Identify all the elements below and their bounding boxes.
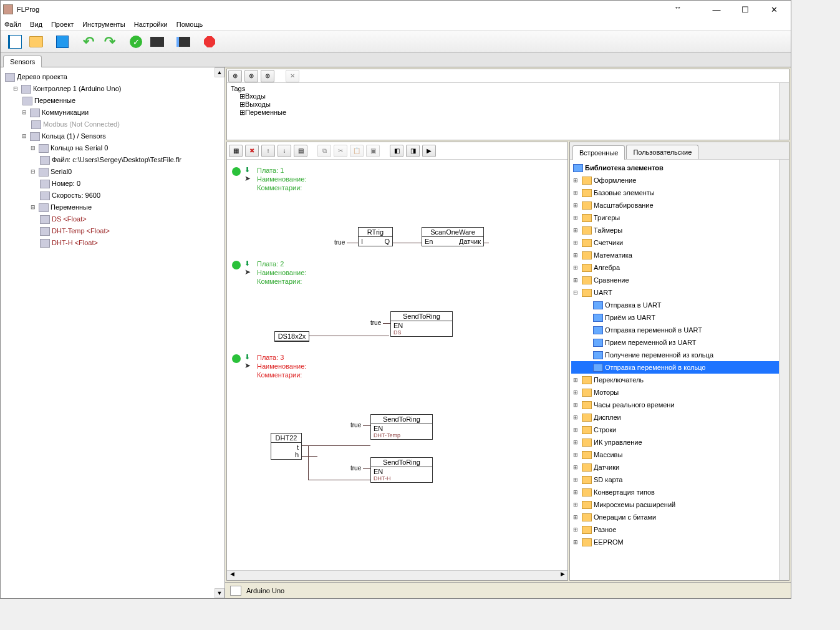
tags-scrollbar[interactable] bbox=[779, 83, 789, 140]
lib-item[interactable]: Приём из UART bbox=[605, 312, 655, 323]
compile-button[interactable] bbox=[147, 32, 168, 51]
canvas-tool-c[interactable]: ▶ bbox=[422, 145, 436, 157]
lib-item[interactable]: Оформление bbox=[594, 175, 636, 186]
tree-serial-number[interactable]: Номер: 0 bbox=[52, 178, 80, 190]
tags-delete-button[interactable]: ✕ bbox=[286, 70, 299, 82]
board-3-header[interactable]: ⬇ ➤ Плата: 3 Наименование: Комментарии: bbox=[232, 353, 306, 379]
maximize-button[interactable]: ☐ bbox=[736, 3, 755, 16]
redo-button[interactable]: ↷ bbox=[99, 32, 120, 51]
lib-item[interactable]: Строки bbox=[594, 424, 616, 435]
expander-icon[interactable]: ⊞ bbox=[571, 374, 580, 385]
lib-item[interactable]: Операции с битами bbox=[594, 511, 656, 523]
expander-icon[interactable]: ⊟ bbox=[12, 83, 19, 95]
menu-help[interactable]: Помощь bbox=[176, 21, 203, 28]
save-button[interactable] bbox=[52, 32, 73, 51]
lib-item[interactable]: Отправка переменной в UART bbox=[605, 324, 702, 336]
expander-icon[interactable]: ⊞ bbox=[571, 250, 580, 261]
expander-icon[interactable]: ⊞ bbox=[571, 524, 580, 535]
tags-tool-1[interactable]: ⊕ bbox=[228, 70, 242, 82]
canvas-h-scrollbar[interactable]: ◀▶ bbox=[227, 570, 567, 580]
stop-button[interactable] bbox=[199, 32, 220, 51]
tree-variables[interactable]: Переменные bbox=[34, 95, 75, 107]
tree-var-dht-h[interactable]: DHT-H <Float> bbox=[52, 237, 98, 249]
lib-item[interactable]: Математика bbox=[594, 250, 632, 261]
canvas-move-up[interactable]: ↑ bbox=[261, 145, 275, 157]
expander-icon[interactable]: ⊞ bbox=[571, 449, 580, 460]
tab-sensors[interactable]: Sensors bbox=[3, 56, 42, 67]
project-tree[interactable]: Дерево проекта ⊟Контроллер 1 (Arduino Un… bbox=[1, 67, 224, 253]
lib-item[interactable]: Разное bbox=[594, 524, 616, 535]
tree-communications[interactable]: Коммуникации bbox=[42, 107, 89, 119]
tree-serial-speed[interactable]: Скорость: 9600 bbox=[52, 190, 100, 201]
open-button[interactable] bbox=[26, 32, 47, 51]
expander-icon[interactable]: ⊞ bbox=[571, 437, 580, 448]
copy-button[interactable]: ⧉ bbox=[317, 145, 331, 157]
expander-icon[interactable]: ⊞ bbox=[571, 511, 580, 523]
block-scanonewire[interactable]: ScanOneWare EnДатчик bbox=[422, 227, 484, 246]
expander-icon[interactable]: ⊞ bbox=[571, 212, 580, 223]
lib-item[interactable]: Датчики bbox=[594, 462, 619, 473]
menu-tools[interactable]: Инструменты bbox=[82, 21, 125, 28]
canvas-add-board[interactable]: ▦ bbox=[229, 145, 243, 157]
tab-user[interactable]: Пользовательские bbox=[626, 145, 698, 159]
expander-icon[interactable]: ⊞ bbox=[571, 462, 580, 473]
board-1-header[interactable]: ⬇ ➤ Плата: 1 Наименование: Комментарии: bbox=[232, 166, 306, 192]
expander-icon[interactable]: ⊞ bbox=[239, 109, 245, 116]
expander-icon[interactable]: ⊞ bbox=[571, 412, 580, 423]
select-all-button[interactable]: ▣ bbox=[366, 145, 380, 157]
canvas-tool-b[interactable]: ◨ bbox=[406, 145, 420, 157]
tree-ring-vars[interactable]: Переменные bbox=[51, 201, 92, 213]
menu-view[interactable]: Вид bbox=[30, 21, 42, 28]
lib-item[interactable]: EEPROM bbox=[594, 536, 624, 548]
expander-icon[interactable]: ⊞ bbox=[571, 187, 580, 198]
tree-var-dht-temp[interactable]: DHT-Temp <Float> bbox=[52, 225, 110, 237]
expander-icon[interactable]: ⊞ bbox=[239, 92, 245, 100]
canvas[interactable]: ⬇ ➤ Плата: 1 Наименование: Комментарии: … bbox=[227, 160, 567, 570]
tags-outputs[interactable]: Выходы bbox=[245, 100, 271, 108]
menu-settings[interactable]: Настройки bbox=[134, 21, 168, 28]
lib-item[interactable]: Массивы bbox=[594, 449, 622, 460]
tree-scroll-down[interactable]: ▼ bbox=[215, 588, 224, 598]
expander-icon[interactable]: ⊞ bbox=[571, 536, 580, 548]
lib-item-selected[interactable]: Отправка переменной в кольцо bbox=[571, 361, 788, 374]
tree-root[interactable]: Дерево проекта bbox=[17, 71, 67, 83]
lib-item[interactable]: Прием переменной из UART bbox=[605, 337, 696, 348]
expander-icon[interactable]: ⊞ bbox=[571, 225, 580, 236]
lib-item[interactable]: SD карта bbox=[594, 474, 622, 485]
lib-item[interactable]: ИК управление bbox=[594, 437, 642, 448]
lib-item[interactable]: Конвертация типов bbox=[594, 487, 655, 498]
lib-item[interactable]: Получение переменной из кольца bbox=[605, 349, 713, 361]
expander-icon[interactable]: ⊞ bbox=[239, 100, 245, 108]
lib-item-uart[interactable]: UART bbox=[594, 287, 612, 298]
lib-item[interactable]: Переключатель bbox=[594, 374, 644, 385]
block-sendtoring-ds[interactable]: SendToRing EN DS bbox=[390, 311, 453, 337]
library-tree[interactable]: Библиотека элементов ⊞Оформление ⊞Базовы… bbox=[570, 160, 789, 580]
canvas-tool-5[interactable]: ▤ bbox=[294, 145, 307, 157]
upload-button[interactable] bbox=[173, 32, 194, 51]
canvas-delete[interactable]: ✖ bbox=[245, 145, 259, 157]
tree-scroll-up[interactable]: ▲ bbox=[215, 67, 224, 77]
menu-file[interactable]: Файл bbox=[4, 21, 21, 28]
tags-root[interactable]: Tags bbox=[231, 85, 245, 92]
tree-modbus[interactable]: Modbus (Not Connected) bbox=[43, 119, 120, 130]
lib-item[interactable]: Моторы bbox=[594, 387, 619, 398]
board-2-header[interactable]: ⬇ ➤ Плата: 2 Наименование: Комментарии: bbox=[232, 259, 306, 286]
tree-var-ds[interactable]: DS <Float> bbox=[52, 213, 87, 225]
expander-icon[interactable]: ⊞ bbox=[571, 200, 580, 211]
undo-button[interactable]: ↶ bbox=[78, 32, 99, 51]
verify-button[interactable]: ✓ bbox=[125, 32, 147, 51]
block-sendtoring-h[interactable]: SendToRing EN DHT-H bbox=[370, 457, 433, 483]
expander-icon[interactable]: ⊟ bbox=[571, 287, 580, 298]
lib-item[interactable]: Базовые элементы bbox=[594, 187, 655, 198]
expander-icon[interactable]: ⊞ bbox=[571, 399, 580, 410]
tags-tool-3[interactable]: ⊕ bbox=[261, 70, 274, 82]
lib-item[interactable]: Счетчики bbox=[594, 237, 623, 248]
expander-icon[interactable]: ⊞ bbox=[571, 387, 580, 398]
tree-serial0[interactable]: Serial0 bbox=[51, 166, 72, 178]
new-button[interactable] bbox=[4, 32, 26, 51]
expander-icon[interactable]: ⊞ bbox=[571, 474, 580, 485]
close-button[interactable]: ✕ bbox=[765, 3, 783, 16]
tree-file[interactable]: Файл: c:\Users\Sergey\Desktop\TestFile.f… bbox=[52, 154, 181, 166]
expander-icon[interactable]: ⊟ bbox=[29, 142, 37, 154]
block-dht22[interactable]: DHT22 t h bbox=[271, 433, 302, 460]
